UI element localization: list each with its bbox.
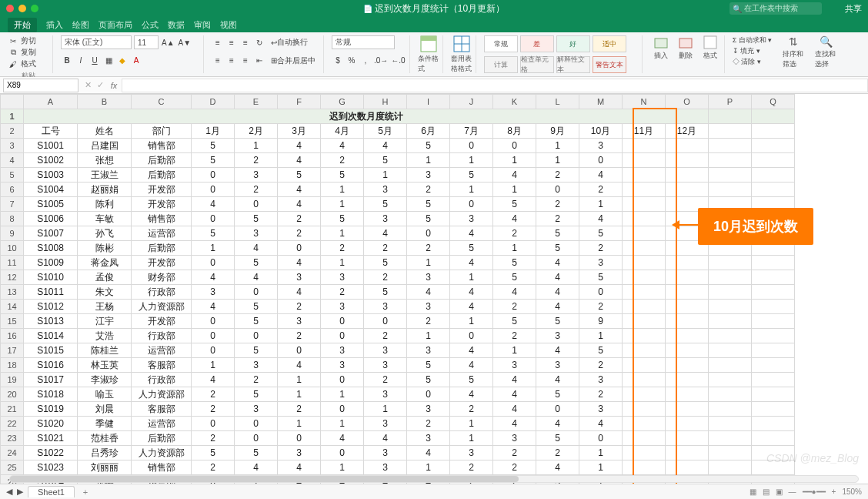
data-cell[interactable]: S1009 <box>24 256 78 270</box>
data-cell[interactable]: 1 <box>321 197 364 212</box>
data-cell[interactable]: 5 <box>235 343 278 358</box>
data-cell[interactable]: S1018 <box>24 387 78 402</box>
italic-button[interactable]: I <box>75 54 87 68</box>
data-cell[interactable]: 林玉英 <box>78 358 132 373</box>
data-cell[interactable]: 4 <box>364 226 407 241</box>
data-cell[interactable] <box>623 168 666 183</box>
delete-cells-button[interactable]: 删除 <box>675 35 696 61</box>
row-header[interactable]: 4 <box>1 153 24 168</box>
data-cell[interactable]: 5 <box>536 226 579 241</box>
col-header-D[interactable]: D <box>192 95 235 109</box>
data-cell[interactable]: 5 <box>493 256 536 270</box>
data-cell[interactable] <box>623 446 666 460</box>
data-cell[interactable]: 行政部 <box>132 329 192 343</box>
data-cell[interactable] <box>666 446 709 460</box>
data-cell[interactable]: 销售部 <box>132 139 192 153</box>
data-cell[interactable]: 范桂香 <box>78 431 132 446</box>
data-cell[interactable]: 后勤部 <box>132 168 192 183</box>
data-cell[interactable]: 3 <box>579 139 623 153</box>
clear-button[interactable]: ◇ 清除 ▾ <box>733 57 773 67</box>
data-cell[interactable] <box>666 431 709 446</box>
data-cell[interactable]: 0 <box>321 314 364 329</box>
data-cell[interactable]: 1 <box>321 226 364 241</box>
data-cell[interactable]: 陈桂兰 <box>78 343 132 358</box>
data-cell[interactable]: 4 <box>450 226 493 241</box>
data-cell[interactable]: 9 <box>579 314 623 329</box>
data-cell[interactable]: 4 <box>321 139 364 153</box>
data-cell[interactable]: 客服部 <box>132 402 192 417</box>
data-cell[interactable]: 4 <box>536 460 579 475</box>
data-cell[interactable]: 1 <box>579 446 623 460</box>
zoom-slider[interactable]: ━━●━━ <box>803 487 826 496</box>
data-cell[interactable] <box>623 270 666 285</box>
data-cell[interactable]: S1007 <box>24 226 78 241</box>
data-cell[interactable]: 销售部 <box>132 212 192 226</box>
data-cell[interactable]: 后勤部 <box>132 241 192 256</box>
data-cell[interactable]: 刘丽丽 <box>78 460 132 475</box>
data-cell[interactable]: 0 <box>278 431 321 446</box>
wrap-text-button[interactable]: ↩ 自动换行 <box>267 35 312 49</box>
data-cell[interactable]: 3 <box>536 358 579 373</box>
data-cell[interactable]: 4 <box>278 197 321 212</box>
copy-button[interactable]: ⧉复制 <box>8 47 49 58</box>
fill-color-button[interactable]: ◆ <box>116 54 129 68</box>
data-cell[interactable]: S1015 <box>24 343 78 358</box>
data-cell[interactable]: 3 <box>364 212 407 226</box>
col-header-N[interactable]: N <box>623 95 666 109</box>
col-header-E[interactable]: E <box>235 95 278 109</box>
data-cell[interactable]: 4 <box>536 270 579 285</box>
data-cell[interactable]: 5 <box>450 168 493 183</box>
data-cell[interactable]: 2 <box>278 212 321 226</box>
data-cell[interactable]: 2 <box>192 387 235 402</box>
data-cell[interactable]: 车敏 <box>78 212 132 226</box>
data-cell[interactable]: 2 <box>364 329 407 343</box>
align-bottom-button[interactable]: ≡ <box>239 35 252 49</box>
data-cell[interactable]: 2 <box>321 241 364 256</box>
data-cell[interactable]: 3 <box>407 343 450 358</box>
data-cell[interactable]: 0 <box>536 402 579 417</box>
style-chip-mid[interactable]: 适中 <box>593 35 626 52</box>
col-header-G[interactable]: G <box>321 95 364 109</box>
style-chip-normal[interactable]: 常规 <box>484 35 518 52</box>
data-cell[interactable]: 开发部 <box>132 183 192 197</box>
data-cell[interactable]: 4 <box>278 183 321 197</box>
data-cell[interactable]: 0 <box>235 197 278 212</box>
data-cell[interactable]: 张想 <box>78 153 132 168</box>
data-cell[interactable]: 4 <box>579 417 623 431</box>
data-cell[interactable] <box>623 183 666 197</box>
tab-insert[interactable]: 插入 <box>46 19 63 31</box>
row-header[interactable]: 23 <box>1 431 24 446</box>
data-cell[interactable]: 5 <box>235 300 278 314</box>
data-cell[interactable]: 3 <box>235 358 278 373</box>
data-cell[interactable]: 4 <box>407 446 450 460</box>
data-cell[interactable] <box>623 460 666 475</box>
data-cell[interactable]: 2 <box>407 417 450 431</box>
data-cell[interactable]: S1020 <box>24 417 78 431</box>
data-cell[interactable]: 4 <box>278 285 321 300</box>
data-cell[interactable]: S1011 <box>24 285 78 300</box>
data-cell[interactable]: 0 <box>407 387 450 402</box>
data-cell[interactable]: 4 <box>579 212 623 226</box>
data-cell[interactable]: 5 <box>450 241 493 256</box>
format-painter-button[interactable]: 🖌格式 <box>8 59 49 69</box>
data-cell[interactable]: 1 <box>321 460 364 475</box>
data-cell[interactable]: 0 <box>364 314 407 329</box>
data-cell[interactable] <box>623 402 666 417</box>
tab-review[interactable]: 审阅 <box>194 19 211 31</box>
data-cell[interactable]: 孟俊 <box>78 270 132 285</box>
data-cell[interactable]: 0 <box>192 183 235 197</box>
data-cell[interactable]: 2 <box>493 446 536 460</box>
data-cell[interactable]: 2 <box>493 226 536 241</box>
data-cell[interactable] <box>623 212 666 226</box>
data-cell[interactable] <box>623 256 666 270</box>
align-left-button[interactable]: ≡ <box>212 54 224 68</box>
add-sheet-button[interactable]: + <box>79 487 92 497</box>
row-header[interactable]: 19 <box>1 373 24 387</box>
data-cell[interactable] <box>666 270 709 285</box>
data-cell[interactable]: 0 <box>407 226 450 241</box>
data-cell[interactable]: 刘晨 <box>78 402 132 417</box>
data-cell[interactable]: S1023 <box>24 460 78 475</box>
data-cell[interactable]: 5 <box>364 285 407 300</box>
data-cell[interactable]: 3 <box>321 343 364 358</box>
data-cell[interactable]: 1 <box>321 183 364 197</box>
